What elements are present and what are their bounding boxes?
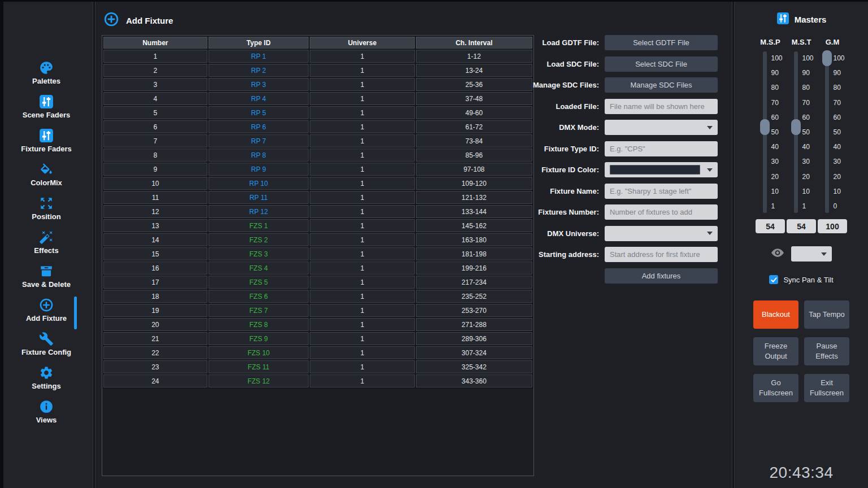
table-row[interactable]: 13 FZS 1 1 145-162 <box>103 219 532 232</box>
table-row[interactable]: 7 RP 7 1 73-84 <box>103 134 532 147</box>
exit-fullscreen-button[interactable]: Exit Fullscreen <box>804 374 849 402</box>
column-header-universe: Universe <box>310 37 414 49</box>
sidebar-item-scene-faders[interactable]: Scene Faders <box>0 94 93 128</box>
table-row[interactable]: 1 RP 1 1 1-12 <box>103 50 532 63</box>
cell-type-id: RP 9 <box>209 163 309 176</box>
fader-tick: 80 <box>802 82 814 93</box>
fader-handle[interactable] <box>760 119 770 135</box>
loaded-file-input[interactable] <box>605 99 718 114</box>
table-row[interactable]: 24 FZS 12 1 343-360 <box>103 374 532 387</box>
sidebar-item-fixture-config[interactable]: Fixture Config <box>0 332 93 365</box>
cell-type-id: FZS 5 <box>209 276 309 289</box>
cell-number: 8 <box>103 149 207 162</box>
cell-number: 19 <box>103 304 207 317</box>
fader-tick: 70 <box>802 98 814 108</box>
fader-value-m-s-p: 54 <box>756 219 785 233</box>
sidebar-item-add-fixture[interactable]: Add Fixture <box>0 298 93 332</box>
gear-icon <box>39 365 54 380</box>
sidebar-item-label: Views <box>36 416 57 424</box>
cell-universe: 1 <box>310 276 414 289</box>
masters-header: Masters <box>735 12 868 27</box>
table-row[interactable]: 22 FZS 10 1 307-324 <box>103 346 532 359</box>
cell-number: 18 <box>103 290 207 303</box>
cell-type-id: RP 7 <box>209 134 309 147</box>
table-row[interactable]: 19 FZS 7 1 253-270 <box>103 304 532 317</box>
add-fixtures-button[interactable]: Add fixtures <box>605 268 718 284</box>
sidebar-item-position[interactable]: Position <box>0 196 93 230</box>
visibility-select[interactable] <box>791 246 832 262</box>
form-label: Fixtures Number: <box>524 208 605 216</box>
table-row[interactable]: 9 RP 9 1 97-108 <box>103 163 532 176</box>
dmx-universe-select[interactable] <box>605 226 718 241</box>
cell-universe: 1 <box>310 120 414 133</box>
cell-type-id: RP 10 <box>209 177 309 190</box>
fader-tick: 100 <box>802 53 814 63</box>
cell-interval: 271-288 <box>416 318 532 331</box>
go-fullscreen-button[interactable]: Go Fullscreen <box>753 374 798 402</box>
sidebar-item-label: Effects <box>34 246 58 255</box>
cell-number: 23 <box>103 360 207 373</box>
fader-handle[interactable] <box>791 119 801 135</box>
cell-number: 6 <box>103 120 207 133</box>
fixture-name-input[interactable] <box>605 184 718 199</box>
fixture-id-color-select[interactable] <box>605 162 718 177</box>
fader-tick: 1 <box>771 201 783 211</box>
cell-universe: 1 <box>310 149 414 162</box>
sidebar-item-settings[interactable]: Settings <box>0 365 93 399</box>
table-row[interactable]: 10 RP 10 1 109-120 <box>103 177 532 190</box>
fader-label: G.M <box>817 38 848 47</box>
fixtures-number-input[interactable] <box>605 204 718 220</box>
blackout-button[interactable]: Blackout <box>753 300 798 329</box>
sidebar-item-palettes[interactable]: Palettes <box>0 60 93 94</box>
freeze-output-button[interactable]: Freeze Output <box>753 337 798 365</box>
column-header-type-id: Type ID <box>209 37 309 49</box>
sidebar-item-fixture-faders[interactable]: Fixture Faders <box>0 128 93 162</box>
cell-interval: 145-162 <box>416 219 532 232</box>
cell-type-id: FZS 4 <box>209 262 309 274</box>
sidebar-item-save-delete[interactable]: Save & Delete <box>0 264 93 298</box>
cell-interval: 97-108 <box>416 163 532 176</box>
starting-address-input[interactable] <box>605 247 718 262</box>
select-sdc-file-button[interactable]: Select SDC File <box>605 56 718 72</box>
select-gdtf-file-button[interactable]: Select GDTF File <box>605 35 718 50</box>
fader-track[interactable] <box>825 51 829 213</box>
visibility-row <box>735 246 868 262</box>
cell-universe: 1 <box>310 177 414 190</box>
cell-interval: 181-198 <box>416 247 532 260</box>
table-row[interactable]: 3 RP 3 1 25-36 <box>103 78 532 91</box>
sidebar-item-colormix[interactable]: ColorMix <box>0 162 93 196</box>
table-row[interactable]: 8 RP 8 1 85-96 <box>103 149 532 162</box>
table-row[interactable]: 21 FZS 9 1 289-306 <box>103 332 532 345</box>
table-row[interactable]: 16 FZS 4 1 199-216 <box>103 262 532 274</box>
page-title-row: Add Fixture <box>103 11 173 29</box>
fixture-type-id-input[interactable] <box>605 141 718 156</box>
cell-type-id: FZS 12 <box>209 374 309 387</box>
fader-tick: 90 <box>802 68 814 78</box>
table-row[interactable]: 2 RP 2 1 13-24 <box>103 64 532 77</box>
manage-sdc-files-button[interactable]: Manage SDC Files <box>605 77 718 93</box>
sidebar-item-views[interactable]: Views <box>0 399 93 433</box>
column-header-interval: Ch. Interval <box>416 37 532 49</box>
table-row[interactable]: 20 FZS 8 1 271-288 <box>103 318 532 331</box>
table-row[interactable]: 14 FZS 2 1 163-180 <box>103 233 532 246</box>
expand-arrows-icon <box>39 196 54 211</box>
table-row[interactable]: 15 FZS 3 1 181-198 <box>103 247 532 260</box>
table-row[interactable]: 5 RP 5 1 49-60 <box>103 106 532 119</box>
pause-effects-button[interactable]: Pause Effects <box>804 337 849 365</box>
cell-universe: 1 <box>310 219 414 232</box>
fader-tick: 60 <box>771 112 783 123</box>
table-row[interactable]: 17 FZS 5 1 217-234 <box>103 276 532 289</box>
faders: M.S.P 1009080706050403020101 M.S.T 10090… <box>735 38 868 214</box>
table-row[interactable]: 18 FZS 6 1 235-252 <box>103 290 532 303</box>
sidebar-item-effects[interactable]: Effects <box>0 230 93 264</box>
sync-pan-tilt-checkbox[interactable] <box>769 275 778 284</box>
table-row[interactable]: 12 RP 12 1 133-144 <box>103 205 532 218</box>
table-row[interactable]: 4 RP 4 1 37-48 <box>103 92 532 105</box>
fader-handle[interactable] <box>822 50 832 66</box>
table-row[interactable]: 6 RP 6 1 61-72 <box>103 120 532 133</box>
cell-number: 14 <box>103 233 207 246</box>
tap-tempo-button[interactable]: Tap Tempo <box>804 300 849 329</box>
table-row[interactable]: 23 FZS 11 1 325-342 <box>103 360 532 373</box>
dmx-mode-select[interactable] <box>605 120 718 135</box>
table-row[interactable]: 11 RP 11 1 121-132 <box>103 191 532 204</box>
